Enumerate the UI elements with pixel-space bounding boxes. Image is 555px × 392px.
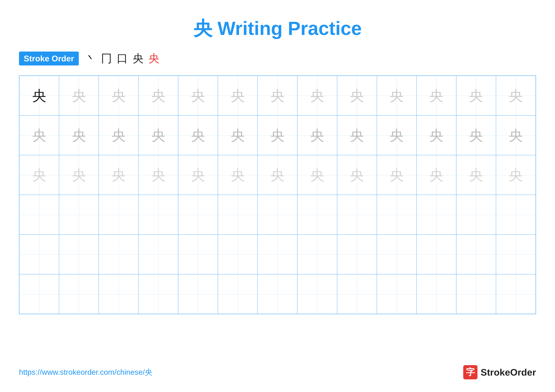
grid-cell[interactable]: 央 [178,155,218,195]
grid-cell[interactable] [59,235,99,274]
grid-cell[interactable]: 央 [377,76,416,115]
grid-cell[interactable]: 央 [456,76,496,115]
grid-cell[interactable]: 央 [99,76,139,115]
grid-cell[interactable]: 央 [99,115,139,155]
grid-cell[interactable] [99,235,139,274]
grid-cell[interactable] [99,195,139,235]
grid-cell[interactable] [19,274,59,314]
grid-cell[interactable]: 央 [178,115,218,155]
grid-cell[interactable] [139,195,178,235]
grid-cell[interactable] [178,274,218,314]
grid-cell[interactable] [377,235,416,274]
grid-cell[interactable]: 央 [416,76,456,115]
grid-char: 央 [469,89,483,103]
grid-cell[interactable] [178,235,218,274]
grid-cell[interactable]: 央 [99,155,139,195]
grid-cell[interactable] [218,195,258,235]
grid-cell[interactable]: 央 [218,155,258,195]
grid-cell[interactable] [99,274,139,314]
grid-cell[interactable] [416,274,456,314]
grid-cell[interactable]: 央 [377,155,416,195]
grid-cell[interactable] [337,274,377,314]
grid-cell[interactable] [416,235,456,274]
grid-cell[interactable]: 央 [258,76,297,115]
grid-row [19,274,536,314]
grid-cell[interactable] [456,235,496,274]
grid-cell[interactable]: 央 [258,155,297,195]
grid-char: 央 [72,168,86,182]
grid-cell[interactable] [19,195,59,235]
grid-char: 央 [469,128,483,143]
grid-cell[interactable]: 央 [496,76,536,115]
grid-cell[interactable] [456,274,496,314]
grid-cell[interactable]: 央 [297,76,337,115]
grid-cell[interactable] [178,195,218,235]
logo-char: 字 [466,366,475,378]
grid-cell[interactable] [218,274,258,314]
grid-cell[interactable]: 央 [19,115,59,155]
grid-cell[interactable]: 央 [139,155,178,195]
grid-cell[interactable] [337,195,377,235]
stroke-seq-item: 丶 [85,51,96,66]
grid-cell[interactable]: 央 [377,115,416,155]
grid-cell[interactable]: 央 [337,76,377,115]
grid-cell[interactable] [19,235,59,274]
grid-cell[interactable] [496,195,536,235]
grid-cell[interactable] [258,274,297,314]
grid-cell[interactable] [297,195,337,235]
grid-cell[interactable] [218,235,258,274]
grid-row: 央央央央央央央央央央央央央 [19,155,536,195]
grid-cell[interactable]: 央 [59,76,99,115]
grid-char: 央 [509,89,523,103]
grid-char: 央 [72,89,86,103]
grid-cell[interactable]: 央 [337,155,377,195]
grid-cell[interactable]: 央 [496,115,536,155]
grid-cell[interactable]: 央 [297,155,337,195]
grid-cell[interactable]: 央 [139,115,178,155]
grid-char: 央 [429,128,444,143]
grid-cell[interactable]: 央 [19,155,59,195]
grid-cell[interactable] [416,195,456,235]
grid-cell[interactable]: 央 [337,115,377,155]
grid-cell[interactable] [258,195,297,235]
grid-cell[interactable]: 央 [218,76,258,115]
grid-cell[interactable]: 央 [456,155,496,195]
grid-char: 央 [191,168,205,182]
grid-cell[interactable]: 央 [59,115,99,155]
grid-char: 央 [111,168,126,182]
grid-cell[interactable]: 央 [139,76,178,115]
grid-cell[interactable] [297,235,337,274]
grid-cell[interactable]: 央 [178,76,218,115]
grid-cell[interactable]: 央 [416,155,456,195]
grid-cell[interactable]: 央 [416,115,456,155]
grid-cell[interactable]: 央 [456,115,496,155]
grid-cell[interactable] [258,235,297,274]
footer: https://www.strokeorder.com/chinese/央 字 … [19,365,536,379]
grid-cell[interactable] [139,235,178,274]
grid-char: 央 [310,168,324,182]
grid-cell[interactable] [456,195,496,235]
grid-char: 央 [389,128,404,143]
practice-grid-container: 央央央央央央央央央央央央央央央央央央央央央央央央央央央央央央央央央央央央央央央 [19,75,536,314]
grid-char: 央 [151,168,166,182]
grid-cell[interactable]: 央 [59,155,99,195]
grid-cell[interactable] [377,195,416,235]
grid-char: 央 [350,128,364,143]
grid-char: 央 [231,168,245,182]
grid-cell[interactable] [496,235,536,274]
grid-cell[interactable]: 央 [19,76,59,115]
grid-cell[interactable]: 央 [297,115,337,155]
grid-char: 央 [32,168,46,182]
grid-row: 央央央央央央央央央央央央央 [19,76,536,115]
grid-cell[interactable] [496,274,536,314]
stroke-seq-item: 央 [132,51,144,66]
grid-cell[interactable]: 央 [258,115,297,155]
grid-cell[interactable]: 央 [496,155,536,195]
grid-cell[interactable] [59,274,99,314]
grid-cell[interactable] [337,235,377,274]
grid-cell[interactable] [139,274,178,314]
grid-cell[interactable] [59,195,99,235]
grid-cell[interactable]: 央 [218,115,258,155]
grid-cell[interactable] [297,274,337,314]
grid-cell[interactable] [377,274,416,314]
